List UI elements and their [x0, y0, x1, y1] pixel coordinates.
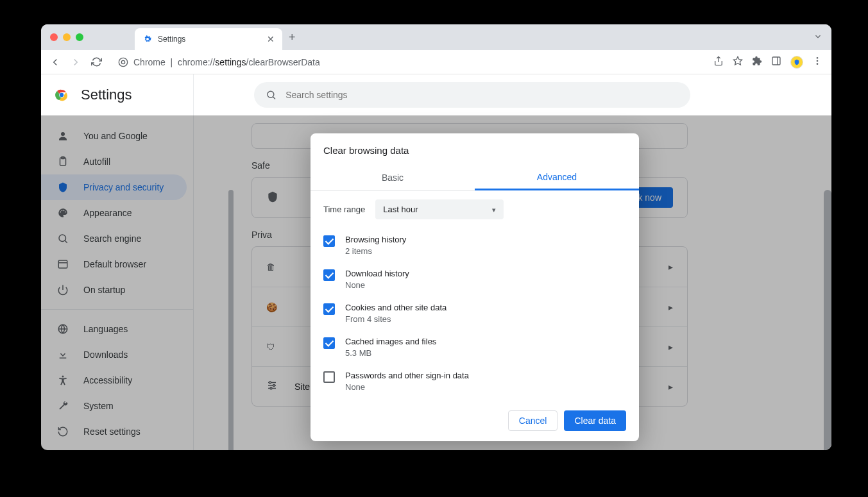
checkbox-label: Browsing history — [345, 235, 406, 244]
toolbar-actions — [713, 56, 822, 69]
checkbox[interactable] — [323, 371, 335, 383]
svg-marker-2 — [733, 56, 742, 65]
checkbox[interactable] — [323, 337, 335, 349]
checkbox-label: Download history — [345, 269, 409, 278]
svg-point-10 — [268, 91, 274, 97]
settings-header: Settings — [41, 74, 831, 115]
reload-button[interactable] — [87, 53, 105, 71]
dialog-title: Clear browsing data — [311, 133, 639, 165]
share-icon[interactable] — [713, 56, 724, 68]
checkbox-sublabel: From 4 sites — [345, 314, 447, 324]
checkbox-sublabel: None — [345, 280, 409, 290]
checkbox-sublabel: 2 items — [345, 246, 406, 256]
cancel-button[interactable]: Cancel — [508, 410, 558, 431]
checkbox-label: Cookies and other site data — [345, 303, 447, 312]
sidepanel-icon[interactable] — [771, 56, 781, 68]
checkbox-label: Cached images and files — [345, 337, 436, 346]
dialog-tabs: Basic Advanced — [311, 165, 639, 190]
svg-point-5 — [817, 57, 819, 59]
clear-data-dialog: Clear browsing data Basic Advanced Time … — [311, 133, 639, 441]
svg-point-0 — [119, 58, 127, 66]
page-title: Settings — [81, 87, 132, 103]
checkbox[interactable] — [323, 303, 335, 315]
chrome-logo-icon — [54, 87, 69, 103]
search-input[interactable] — [285, 90, 679, 100]
checkbox-item[interactable]: Cookies and other site dataFrom 4 sites — [323, 299, 626, 333]
forward-button[interactable] — [67, 53, 85, 71]
omnibox-text: Chrome | chrome://settings/clearBrowserD… — [133, 57, 320, 67]
tab-advanced[interactable]: Advanced — [475, 165, 639, 190]
search-settings[interactable] — [254, 82, 690, 108]
checkbox[interactable] — [323, 235, 335, 247]
address-bar[interactable]: Chrome | chrome://settings/clearBrowserD… — [112, 57, 707, 67]
menu-icon[interactable] — [812, 56, 822, 68]
tab-basic[interactable]: Basic — [311, 165, 475, 190]
search-icon — [266, 89, 277, 101]
svg-rect-3 — [772, 57, 780, 65]
svg-line-11 — [273, 97, 275, 99]
close-tab-button[interactable]: ✕ — [267, 34, 275, 44]
checkbox-item[interactable]: Cached images and files5.3 MB — [323, 333, 626, 367]
browser-tab[interactable]: Settings ✕ — [135, 28, 282, 50]
chrome-icon — [118, 57, 128, 67]
maximize-window-button[interactable] — [76, 33, 83, 41]
checkbox-item[interactable]: Download historyNone — [323, 265, 626, 299]
svg-point-7 — [817, 63, 819, 65]
extensions-icon[interactable] — [752, 56, 762, 68]
tabs-menu-icon[interactable] — [813, 32, 822, 43]
time-range-select[interactable]: Last hour — [375, 199, 504, 219]
tab-title: Settings — [158, 35, 262, 44]
checkbox-item[interactable]: Browsing history2 items — [323, 231, 626, 265]
new-tab-button[interactable]: + — [289, 31, 296, 44]
checkbox[interactable] — [323, 269, 335, 281]
checkbox-item[interactable]: Passwords and other sign-in dataNone — [323, 367, 626, 401]
minimize-window-button[interactable] — [63, 33, 71, 41]
svg-point-9 — [60, 93, 64, 97]
tab-bar: Settings ✕ + — [41, 24, 831, 50]
checkbox-label: Passwords and other sign-in data — [345, 371, 469, 380]
checkbox-sublabel: None — [345, 382, 469, 392]
profile-avatar[interactable] — [790, 56, 803, 69]
gear-icon — [142, 34, 153, 44]
time-range-row: Time range Last hour — [323, 199, 626, 219]
clear-data-button[interactable]: Clear data — [564, 410, 626, 431]
browser-window: Settings ✕ + Chrome | chrome://settings/… — [41, 24, 831, 450]
time-range-label: Time range — [323, 205, 365, 214]
back-button[interactable] — [46, 53, 64, 71]
svg-point-1 — [121, 60, 124, 63]
close-window-button[interactable] — [50, 33, 58, 41]
checkbox-sublabel: 5.3 MB — [345, 348, 436, 358]
window-controls — [50, 33, 83, 41]
toolbar: Chrome | chrome://settings/clearBrowserD… — [41, 50, 831, 74]
dialog-body: Time range Last hour Browsing history2 i… — [311, 190, 639, 401]
bookmark-icon[interactable] — [733, 56, 743, 68]
svg-point-6 — [817, 60, 819, 62]
dialog-footer: Cancel Clear data — [311, 401, 639, 441]
